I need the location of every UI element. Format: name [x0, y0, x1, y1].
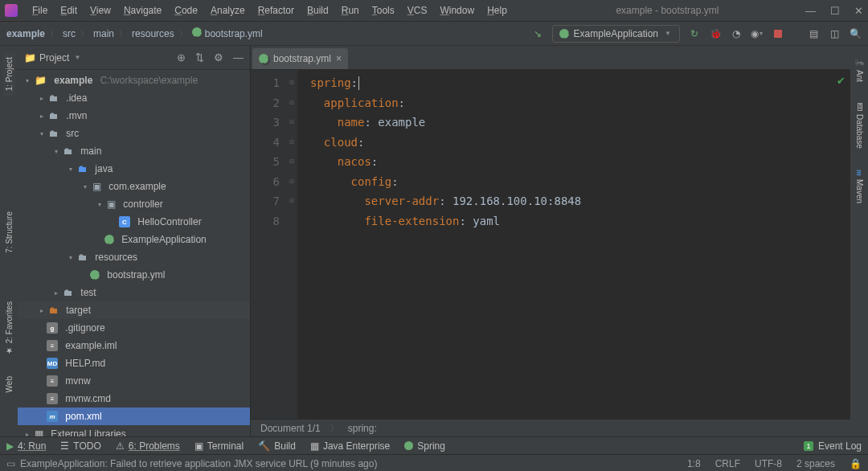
status-icon: ▭: [6, 458, 15, 469]
problems-tool-window[interactable]: ⚠6: Problems: [116, 440, 180, 452]
tab-favorites-label: 2: Favorites: [5, 301, 14, 343]
tab-project[interactable]: 1: Project: [3, 52, 15, 96]
structure-popup-icon[interactable]: ◫: [828, 27, 841, 40]
tree-file[interactable]: ≡ example.iml: [18, 337, 250, 354]
javaee-tool-window[interactable]: ▦Java Enterprise: [310, 440, 390, 452]
minimize-button[interactable]: —: [805, 5, 816, 17]
crumb-path[interactable]: spring:: [348, 423, 377, 434]
rerun-icon[interactable]: ↻: [688, 27, 701, 40]
encoding[interactable]: UTF-8: [755, 458, 782, 469]
readonly-lock-icon[interactable]: 🔒: [850, 458, 862, 469]
indent[interactable]: 2 spaces: [796, 458, 835, 469]
tab-structure[interactable]: 7: Structure: [3, 207, 15, 258]
run-config-selector[interactable]: ExampleApplication ▼: [552, 25, 680, 43]
run-tool-window[interactable]: ▶4: Run: [6, 440, 46, 452]
tree-class[interactable]: C HelloController: [18, 213, 250, 231]
hide-button[interactable]: —: [233, 51, 244, 63]
build-tool-window[interactable]: 🔨Build: [258, 440, 296, 452]
coverage-icon[interactable]: ◔: [730, 27, 743, 40]
status-message[interactable]: ExampleApplication: Failed to retrieve a…: [20, 458, 377, 469]
editor-tabs: bootstrap.yml ×: [251, 46, 850, 70]
tree-folder[interactable]: ▸🖿 .idea: [18, 89, 250, 107]
tree-folder[interactable]: ▸🖿 target: [18, 301, 250, 319]
debug-icon[interactable]: 🐞: [709, 27, 722, 40]
tree-folder[interactable]: ▾🖿 java: [18, 160, 250, 178]
tree-file-selected[interactable]: m pom.xml: [18, 408, 250, 425]
menu-edit[interactable]: Edit: [54, 2, 84, 18]
tree-package[interactable]: ▾▣ controller: [18, 195, 250, 213]
update-icon[interactable]: ▤: [807, 27, 820, 40]
inspection-ok-icon[interactable]: ✔: [837, 75, 845, 87]
editor-tab[interactable]: bootstrap.yml ×: [252, 48, 348, 69]
search-everywhere-icon[interactable]: 🔍: [849, 27, 862, 40]
settings-gear-icon[interactable]: ⚙: [214, 51, 223, 63]
project-view-selector[interactable]: 📁 Project ▼: [24, 52, 82, 63]
build-hammer-icon[interactable]: ↘: [531, 27, 544, 40]
locate-icon[interactable]: ⊕: [177, 51, 186, 63]
code-content[interactable]: spring: application: name: example cloud…: [297, 70, 850, 419]
tree-file[interactable]: bootstrap.yml: [18, 266, 250, 284]
menu-view[interactable]: View: [84, 2, 117, 18]
menu-file[interactable]: File: [26, 2, 54, 18]
tab-project-label: 1: Project: [5, 57, 14, 91]
event-log-button[interactable]: 1Event Log: [804, 440, 862, 452]
menu-refactor[interactable]: Refactor: [252, 2, 301, 18]
tree-folder[interactable]: ▸🖿 test: [18, 284, 250, 301]
menu-vcs[interactable]: VCS: [401, 2, 434, 18]
breadcrumb-item[interactable]: main: [93, 28, 114, 39]
tree-folder[interactable]: ▸🖿 .mvn: [18, 107, 250, 125]
library-icon: ▦: [35, 428, 43, 436]
breadcrumb-item[interactable]: src: [63, 28, 76, 39]
line-number-gutter: 12345678: [251, 70, 286, 419]
menu-navigate[interactable]: Navigate: [117, 2, 168, 18]
file-icon: ≡: [47, 340, 58, 351]
tree-root[interactable]: ▾📁 example C:\workspace\example: [18, 72, 250, 89]
tree-file[interactable]: ≡ mvnw: [18, 372, 250, 390]
crumb-doc[interactable]: Document 1/1: [260, 423, 321, 434]
close-tab-icon[interactable]: ×: [336, 53, 342, 64]
tree-folder[interactable]: ▾🖿 src: [18, 125, 250, 142]
terminal-tool-window[interactable]: ▣Terminal: [194, 440, 244, 452]
menu-build[interactable]: Build: [301, 2, 335, 18]
tree-class[interactable]: ExampleApplication: [18, 231, 250, 248]
tab-database[interactable]: 🗄 Database: [853, 98, 866, 154]
tree-folder[interactable]: ▾🖿 main: [18, 142, 250, 160]
expand-all-icon[interactable]: ⇅: [195, 51, 204, 63]
navigation-bar: example〉src〉main〉resources〉bootstrap.yml…: [0, 22, 868, 46]
project-tree[interactable]: ▾📁 example C:\workspace\example ▸🖿 .idea…: [18, 70, 250, 436]
profile-icon[interactable]: ◉▾: [751, 27, 764, 40]
tree-label: ExampleApplication: [121, 234, 206, 245]
menubar: FileEditViewNavigateCodeAnalyzeRefactorB…: [0, 0, 868, 22]
stop-button[interactable]: [772, 27, 784, 40]
tab-favorites[interactable]: ★ 2: Favorites: [3, 297, 15, 360]
tab-web[interactable]: Web: [3, 371, 15, 397]
file-icon: g: [47, 322, 58, 334]
tab-ant[interactable]: 🐜 Ant: [854, 52, 866, 87]
editor[interactable]: 12345678 ⊟⊟⊟⊟⊟⊟⊟ spring: application: na…: [251, 70, 850, 419]
menu-code[interactable]: Code: [168, 2, 204, 18]
tree-file[interactable]: g .gitignore: [18, 319, 250, 337]
tree-file[interactable]: MD HELP.md: [18, 354, 250, 372]
menu-analyze[interactable]: Analyze: [204, 2, 252, 18]
tree-external-libs[interactable]: ▸▦ External Libraries: [18, 425, 250, 436]
menu-window[interactable]: Window: [433, 2, 481, 18]
breadcrumb-item[interactable]: resources: [132, 28, 174, 39]
tree-package[interactable]: ▾▣ com.example: [18, 178, 250, 195]
breadcrumb-item[interactable]: example: [6, 28, 45, 39]
tree-file[interactable]: ≡ mvnw.cmd: [18, 390, 250, 408]
chevron-down-icon: ▼: [72, 54, 82, 61]
todo-tool-window[interactable]: ☰TODO: [60, 440, 100, 452]
breadcrumb-item[interactable]: bootstrap.yml: [205, 28, 263, 39]
caret-position[interactable]: 1:8: [687, 458, 701, 469]
spring-tool-window[interactable]: Spring: [404, 440, 445, 452]
close-button[interactable]: ✕: [854, 5, 863, 17]
menu-tools[interactable]: Tools: [366, 2, 401, 18]
project-icon: 📁: [35, 75, 47, 86]
tab-maven[interactable]: m Maven: [854, 165, 866, 208]
line-ending[interactable]: CRLF: [715, 458, 740, 469]
tree-folder[interactable]: ▾🖿 resources: [18, 248, 250, 266]
maximize-button[interactable]: ☐: [830, 5, 840, 17]
tree-label: resources: [95, 252, 137, 263]
menu-help[interactable]: Help: [481, 2, 514, 18]
menu-run[interactable]: Run: [335, 2, 366, 18]
